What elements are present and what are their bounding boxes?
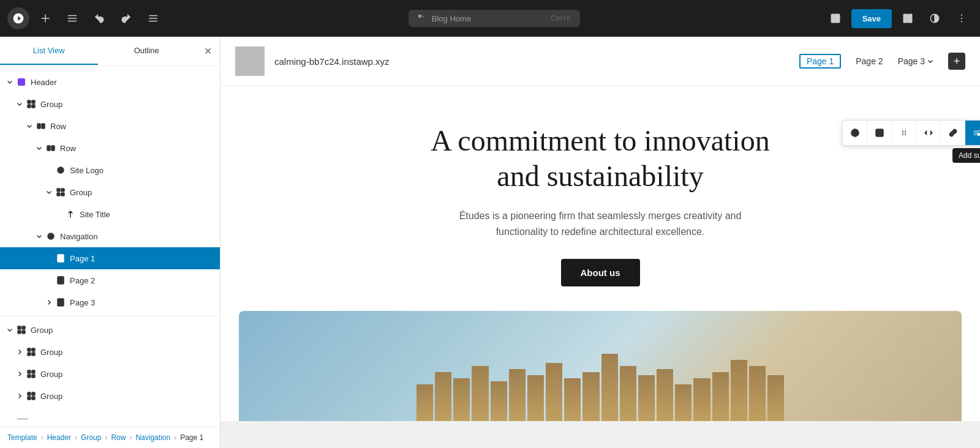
tree-label-group6: Group [40, 392, 215, 401]
tree-item-group3[interactable]: Group [0, 319, 220, 341]
tree-item-site-logo[interactable]: Site Logo [0, 159, 220, 181]
svg-rect-24 [57, 193, 60, 196]
chevron-right-icon [15, 391, 24, 401]
chevron-right-icon [44, 297, 54, 307]
svg-point-54 [905, 134, 906, 135]
nav-page1[interactable]: Page 1 [799, 54, 841, 69]
tree-label-page3: Page 3 [70, 298, 215, 307]
svg-rect-41 [32, 375, 35, 378]
svg-rect-11 [18, 78, 25, 86]
tree-label-group2: Group [70, 188, 215, 197]
site-title-icon [65, 209, 76, 220]
add-block-button[interactable] [34, 7, 56, 29]
tooltip-text: Add submenu [959, 151, 980, 160]
bc-sep4: › [129, 433, 132, 442]
search-bar-text: Blog Home [432, 14, 471, 23]
svg-rect-1 [149, 18, 157, 19]
tree-item-page3[interactable]: Page 3 [0, 291, 220, 313]
tree-item-group1[interactable]: Group [0, 93, 220, 115]
nav-add-button[interactable]: + [948, 53, 965, 70]
tree-item-site-title[interactable]: Site Title [0, 203, 220, 225]
svg-rect-23 [61, 189, 64, 192]
add-submenu-tooltip: Add submenu [952, 148, 980, 163]
contrast-button[interactable] [924, 7, 946, 29]
tree-item-group4[interactable]: Group [0, 341, 220, 363]
svg-rect-22 [57, 189, 60, 192]
svg-point-49 [902, 130, 903, 132]
save-button[interactable]: Save [851, 9, 892, 28]
toolbar-list-button[interactable] [867, 121, 892, 145]
redo-button[interactable] [115, 7, 137, 29]
tree-item-navigation[interactable]: Navigation [0, 225, 220, 247]
svg-rect-28 [58, 277, 64, 284]
svg-rect-5 [903, 14, 907, 23]
svg-point-8 [961, 15, 962, 16]
tree-item-header[interactable]: Header [0, 71, 220, 93]
chevron-down-icon [15, 99, 24, 109]
toolbar-drag-button[interactable] [892, 121, 916, 145]
tree-item-group2[interactable]: Group [0, 181, 220, 203]
toolbar-link-button[interactable] [941, 121, 965, 145]
bc-group[interactable]: Group [81, 433, 101, 442]
wordpress-logo[interactable] [7, 7, 29, 29]
top-bar-right: Save [824, 7, 973, 29]
tree-item-group6[interactable]: Group [0, 385, 220, 407]
tab-list-view[interactable]: List View [0, 37, 98, 65]
block-toolbar: B I [842, 120, 980, 146]
row2-icon [45, 143, 56, 154]
svg-rect-4 [831, 14, 840, 23]
svg-rect-42 [28, 392, 31, 395]
top-bar: Blog Home Ctrl+K Save [0, 0, 980, 37]
tree-label-site-title: Site Title [80, 210, 215, 219]
bc-page1: Page 1 [180, 433, 203, 442]
svg-rect-48 [876, 129, 883, 136]
svg-rect-12 [28, 100, 31, 103]
svg-rect-32 [18, 330, 21, 334]
svg-rect-29 [58, 299, 64, 306]
sidebar: List View Outline ✕ Header Group Row [0, 37, 221, 448]
tree-item-page1[interactable]: Page 1 [0, 247, 220, 269]
nav-page2[interactable]: Page 2 [856, 54, 883, 69]
tools-button[interactable] [61, 7, 83, 29]
options-button[interactable] [951, 7, 973, 29]
list-view-button[interactable] [142, 7, 164, 29]
tree-label-page1: Page 1 [70, 254, 215, 263]
svg-point-9 [961, 18, 962, 19]
nav-page3[interactable]: Page 3 [898, 54, 933, 69]
building-image [239, 311, 962, 421]
tree-label-group4: Group [40, 348, 215, 357]
page1-icon [55, 253, 66, 264]
undo-button[interactable] [88, 7, 110, 29]
tree-item-group5[interactable]: Group [0, 363, 220, 385]
bc-navigation[interactable]: Navigation [135, 433, 170, 442]
group-icon [26, 99, 37, 110]
group4-icon [26, 346, 37, 357]
svg-point-47 [854, 132, 856, 134]
bc-sep3: › [105, 433, 107, 442]
group3-icon [16, 324, 27, 335]
toolbar-target-button[interactable] [843, 121, 867, 145]
tree-item-page2[interactable]: Page 2 [0, 269, 220, 291]
hero-about-button[interactable]: About us [561, 259, 640, 286]
svg-rect-17 [42, 124, 45, 129]
sidebar-close-button[interactable]: ✕ [195, 39, 220, 64]
tree-label-navigation: Navigation [60, 232, 215, 241]
chevron-down-icon [5, 325, 15, 335]
main-layout: List View Outline ✕ Header Group Row [0, 37, 980, 448]
bc-row[interactable]: Row [111, 433, 126, 442]
tree-item-row1[interactable]: Row [0, 115, 220, 137]
split-view-button[interactable] [897, 7, 919, 29]
bc-header[interactable]: Header [47, 433, 71, 442]
header-icon [16, 77, 27, 88]
toolbar-indent-button[interactable] [965, 121, 980, 145]
tab-outline[interactable]: Outline [98, 37, 196, 65]
tree-item-row2[interactable]: Row [0, 137, 220, 159]
view-button[interactable] [824, 7, 846, 29]
bc-template[interactable]: Template [7, 433, 37, 442]
bc-sep1: › [41, 433, 43, 442]
bc-sep5: › [174, 433, 176, 442]
search-bar[interactable]: Blog Home Ctrl+K [409, 10, 580, 27]
hero-title: A commitment to innovation and sustainab… [417, 123, 784, 193]
toolbar-code-button[interactable] [916, 121, 941, 145]
chevron-down-icon [34, 231, 44, 241]
